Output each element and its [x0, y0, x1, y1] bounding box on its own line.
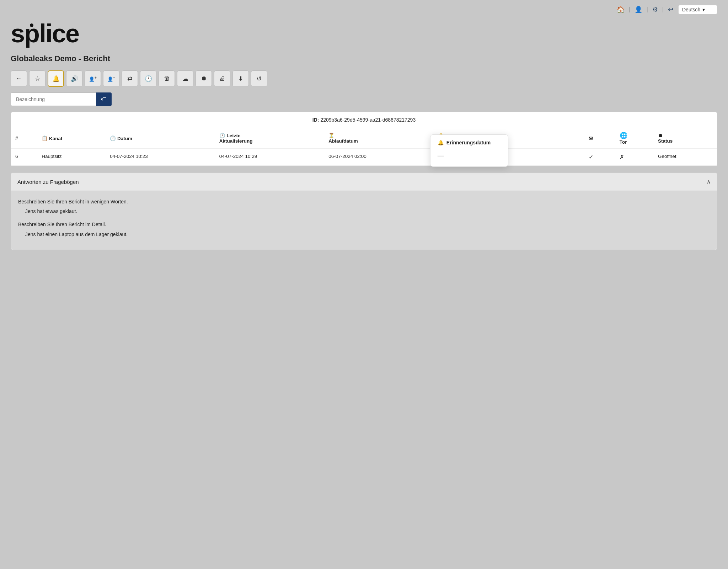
settings-icon-button[interactable]: ⚙	[651, 5, 659, 14]
logo-area: splice	[0, 14, 728, 49]
refresh-button[interactable]: ↺	[251, 70, 267, 87]
col-header-num: #	[11, 128, 37, 149]
email-check-icon: ✓	[589, 154, 593, 160]
back-icon: ←	[16, 75, 22, 82]
tor-cross-icon: ✗	[620, 154, 624, 160]
back-button[interactable]: ←	[11, 70, 27, 87]
email-icon: ✉	[589, 136, 593, 141]
remove-user-button[interactable]: 👤−	[103, 70, 119, 87]
separator-3: |	[662, 6, 664, 13]
answer-1: Jens hat etwas geklaut.	[18, 207, 710, 216]
col-header-ablauf: ⏳Ablaufdatum	[324, 128, 434, 149]
id-value: 2209b3a6-29d5-4599-aa21-d68678217293	[320, 117, 416, 123]
download-icon: ⬇	[238, 75, 243, 83]
report-table: # 📋 Kanal 🕐 Datum 🕐 LetzteAktualisierung…	[11, 128, 717, 166]
language-selector[interactable]: Deutsch ▾	[678, 5, 717, 14]
search-area: 🏷	[0, 92, 728, 106]
bell-button[interactable]: 🔔	[48, 70, 64, 87]
popup-header: 🔔 Erinnerungsdatum	[438, 140, 501, 145]
ablauf-icon: ⏳	[328, 133, 334, 138]
answers-title: Antworten zu Fragebögen	[17, 179, 79, 185]
star-button[interactable]: ☆	[29, 70, 46, 87]
chevron-down-icon: ▾	[702, 7, 705, 12]
popup-title: Erinnerungsdatum	[446, 140, 491, 145]
col-header-datum: 🕐 Datum	[106, 128, 215, 149]
separator-1: |	[629, 6, 630, 13]
cloud-button[interactable]: ☁	[177, 70, 193, 87]
id-row: ID: 2209b3a6-29d5-4599-aa21-d68678217293	[11, 112, 717, 128]
page-title: Globaleaks Demo - Bericht	[0, 49, 728, 70]
answer-2: Jens hat einen Laptop aus dem Lager gekl…	[18, 230, 710, 239]
home-icon-button[interactable]: 🏠	[615, 5, 626, 14]
answers-header[interactable]: Antworten zu Fragebögen ∧	[11, 173, 717, 191]
logo-dot-i: p	[24, 21, 39, 46]
print-icon: 🖨	[219, 75, 225, 82]
popup-bell-icon: 🔔	[438, 140, 444, 145]
record-icon: ⏺	[201, 75, 207, 82]
datum-clock-icon: 🕐	[110, 136, 116, 141]
cell-datum: 04-07-2024 10:23	[106, 149, 215, 166]
table-row: 6 Hauptsitz 04-07-2024 10:23 04-07-2024 …	[11, 149, 717, 166]
download-button[interactable]: ⬇	[232, 70, 249, 87]
logout-icon-button[interactable]: ↩	[667, 5, 675, 14]
top-bar: 🏠 | 👤 | ⚙ | ↩ Deutsch ▾	[0, 0, 728, 14]
col-header-status: ⏺Status	[654, 128, 717, 149]
volume-icon: 🔊	[71, 75, 78, 83]
clock-icon: 🕐	[145, 75, 152, 83]
bell-icon: 🔔	[52, 75, 60, 83]
refresh-icon: ↺	[257, 75, 262, 83]
question-2: Beschreiben Sie Ihren Bericht im Detail.	[18, 220, 710, 229]
add-user-button[interactable]: 👤+	[85, 70, 101, 87]
delete-button[interactable]: 🗑	[159, 70, 175, 87]
status-icon: ⏺	[658, 133, 663, 138]
erinnerung-popup: 🔔 Erinnerungsdatum —	[430, 134, 508, 167]
user-icon-button[interactable]: 👤	[633, 5, 644, 14]
app-logo: splice	[11, 21, 717, 46]
top-icons: 🏠 | 👤 | ⚙ | ↩	[615, 5, 675, 14]
col-header-letzte: 🕐 LetzteAktualisierung	[215, 128, 325, 149]
clock-button[interactable]: 🕐	[140, 70, 156, 87]
volume-button[interactable]: 🔊	[66, 70, 82, 87]
star-icon: ☆	[35, 75, 40, 83]
collapse-icon: ∧	[707, 179, 711, 185]
popup-value: —	[438, 152, 501, 159]
toolbar: ← ☆ 🔔 🔊 👤+ 👤− ⇄ 🕐 🗑 ☁ ⏺ 🖨 ⬇ ↺	[0, 70, 728, 92]
record-button[interactable]: ⏺	[196, 70, 212, 87]
cell-tor: ✗	[615, 149, 654, 166]
add-user-icon: 👤+	[89, 75, 97, 82]
kanal-icon: 📋	[42, 136, 48, 141]
search-tag-button[interactable]: 🏷	[96, 92, 112, 106]
cell-ablauf: 06-07-2024 02:00	[324, 149, 434, 166]
language-label: Deutsch	[682, 7, 700, 12]
print-button[interactable]: 🖨	[214, 70, 230, 87]
trash-icon: 🗑	[164, 75, 170, 82]
cell-num: 6	[11, 149, 37, 166]
separator-2: |	[647, 6, 648, 13]
col-header-tor: 🌐Tor	[615, 128, 654, 149]
cell-status: Geöffnet	[654, 149, 717, 166]
logo-s: s	[11, 19, 24, 48]
tag-icon: 🏷	[101, 96, 107, 102]
col-header-kanal: 📋 Kanal	[37, 128, 106, 149]
table-header-row: # 📋 Kanal 🕐 Datum 🕐 LetzteAktualisierung…	[11, 128, 717, 149]
remove-user-icon: 👤−	[107, 75, 115, 82]
tor-icon: 🌐	[620, 132, 627, 139]
cell-kanal: Hauptsitz	[37, 149, 106, 166]
main-card: ID: 2209b3a6-29d5-4599-aa21-d68678217293…	[11, 112, 717, 166]
question-1: Beschreiben Sie Ihren Bericht in wenigen…	[18, 197, 710, 206]
transfer-button[interactable]: ⇄	[122, 70, 138, 87]
id-label: ID:	[312, 117, 319, 123]
cell-erinnerung: 🔔 Erinnerungsdatum —	[434, 149, 584, 166]
answers-section: Antworten zu Fragebögen ∧ Beschreiben Si…	[11, 172, 717, 250]
page-title-text: Globaleaks Demo - Bericht	[11, 54, 110, 63]
transfer-icon: ⇄	[127, 75, 132, 83]
logo-rest: lice	[39, 19, 79, 48]
col-header-email: ✉	[584, 128, 615, 149]
cell-letzte: 04-07-2024 10:29	[215, 149, 325, 166]
search-input[interactable]	[11, 92, 96, 106]
answers-body: Beschreiben Sie Ihren Bericht in wenigen…	[11, 191, 717, 250]
cell-email: ✓	[584, 149, 615, 166]
cloud-icon: ☁	[182, 75, 188, 83]
letzte-clock-icon: 🕐	[219, 133, 225, 138]
